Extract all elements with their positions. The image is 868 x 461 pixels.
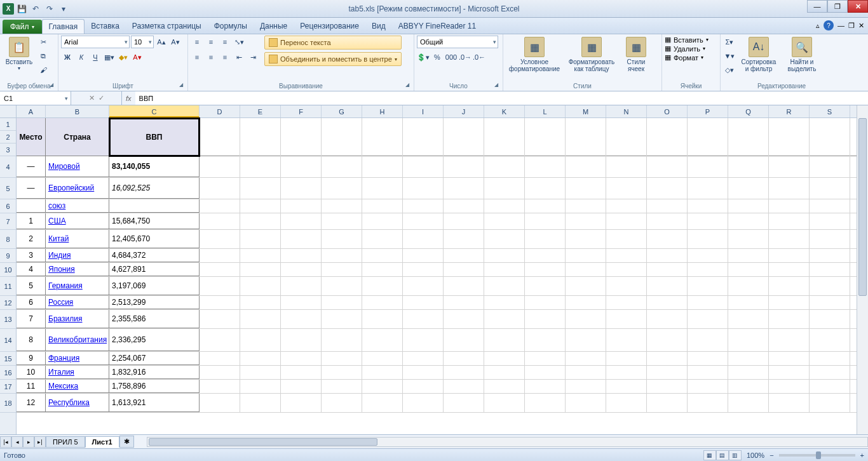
cell-empty[interactable] (525, 178, 566, 199)
cell-empty[interactable] (200, 310, 240, 328)
cell-country-9[interactable]: Индия (46, 249, 109, 262)
cell-empty[interactable] (403, 366, 444, 379)
cell-empty[interactable] (281, 230, 322, 248)
cell-empty[interactable] (322, 199, 362, 213)
insert-cells-button[interactable]: ▦Вставить▾ (665, 36, 709, 44)
format-painter-button[interactable]: 🖌 (37, 63, 50, 76)
cell-empty[interactable] (403, 178, 444, 199)
cell-empty[interactable] (688, 178, 728, 199)
cell-empty[interactable] (200, 352, 240, 365)
conditional-formatting-button[interactable]: ▦Условное форматирование (506, 36, 563, 74)
cell-empty[interactable] (240, 277, 281, 295)
cell-empty[interactable] (728, 118, 769, 156)
enter-formula-icon[interactable]: ✓ (98, 94, 104, 102)
sheet-tab-0[interactable]: ПРИЛ 5 (46, 436, 85, 448)
cell-empty[interactable] (606, 178, 647, 199)
qat-undo-button[interactable]: ↶ (29, 3, 42, 15)
cell-empty[interactable] (281, 213, 322, 229)
cell-country-14[interactable]: Великобритания (46, 329, 109, 351)
cell-empty[interactable] (200, 199, 240, 213)
cell-empty[interactable] (200, 296, 240, 309)
cell-empty[interactable] (769, 329, 810, 351)
cell-empty[interactable] (281, 329, 322, 351)
align-bottom-button[interactable]: ≡ (219, 36, 231, 48)
cell-empty[interactable] (728, 366, 769, 379)
cell-empty[interactable] (606, 310, 647, 328)
increase-decimal-button[interactable]: .0→ (459, 51, 471, 63)
cell-empty[interactable] (810, 178, 850, 199)
autosum-button[interactable]: Σ▾ (723, 36, 736, 48)
country-link[interactable]: Индия (48, 251, 71, 260)
cell-country-5[interactable]: Европейский (46, 178, 109, 199)
cell-empty[interactable] (769, 156, 810, 177)
cell-empty[interactable] (525, 329, 566, 351)
italic-button[interactable]: К (75, 51, 88, 63)
wrap-text-button[interactable]: Перенос текста (264, 36, 402, 50)
cell-empty[interactable] (525, 352, 566, 365)
cell-empty[interactable] (281, 310, 322, 328)
col-header-Q[interactable]: Q (728, 105, 769, 117)
cell-country-15[interactable]: Франция (46, 352, 109, 365)
cell-empty[interactable] (566, 230, 606, 248)
row-header-1[interactable]: 1 (0, 118, 16, 131)
cell-empty[interactable] (647, 329, 688, 351)
cell-empty[interactable] (403, 352, 444, 365)
cell-empty[interactable] (484, 352, 525, 365)
cell-empty[interactable] (769, 277, 810, 295)
country-link[interactable]: Бразилия (48, 314, 83, 323)
cell-empty[interactable] (525, 199, 566, 213)
cell-empty[interactable] (362, 213, 403, 229)
cell-empty[interactable] (240, 156, 281, 177)
cell-empty[interactable] (606, 249, 647, 262)
cell-empty[interactable] (403, 118, 444, 156)
cell-empty[interactable] (281, 366, 322, 379)
cell-empty[interactable] (444, 310, 484, 328)
qat-save-button[interactable]: 💾 (15, 3, 28, 15)
cell-gdp-7[interactable]: 15,684,750 (109, 213, 200, 229)
cell-empty[interactable] (525, 156, 566, 177)
cell-empty[interactable] (403, 249, 444, 262)
cell-empty[interactable] (810, 213, 850, 229)
cell-empty[interactable] (566, 156, 606, 177)
ribbon-tab-3[interactable]: Формулы (208, 19, 254, 34)
cell-empty[interactable] (525, 380, 566, 393)
cell-empty[interactable] (322, 178, 362, 199)
cell-empty[interactable] (281, 296, 322, 309)
cell-empty[interactable] (403, 296, 444, 309)
col-header-I[interactable]: I (403, 105, 444, 117)
cell-empty[interactable] (444, 380, 484, 393)
shrink-font-button[interactable]: A▾ (169, 36, 182, 48)
cut-button[interactable]: ✂ (37, 36, 50, 48)
cell-empty[interactable] (281, 380, 322, 393)
file-tab[interactable]: Файл▾ (3, 20, 42, 34)
cell-empty[interactable] (444, 230, 484, 248)
cell-place-14[interactable]: 8 (17, 329, 46, 351)
sheet-nav-prev[interactable]: ◂ (11, 436, 23, 448)
page-layout-view-button[interactable]: ▤ (716, 450, 729, 460)
decrease-decimal-button[interactable]: .0← (473, 51, 485, 63)
cell-empty[interactable] (240, 263, 281, 276)
country-link[interactable]: Франция (48, 354, 79, 363)
select-all-corner[interactable] (0, 105, 17, 118)
cell-empty[interactable] (240, 310, 281, 328)
find-select-button[interactable]: 🔍Найти и выделить (782, 36, 822, 74)
cell-place-16[interactable]: 10 (17, 366, 46, 379)
cell-gdp-5[interactable]: 16,092,525 (109, 178, 200, 199)
window-close-icon[interactable]: ✕ (858, 22, 864, 30)
col-header-K[interactable]: K (484, 105, 525, 117)
cell-gdp-9[interactable]: 4,684,372 (109, 249, 200, 262)
cell-country-10[interactable]: Япония (46, 263, 109, 276)
window-restore-icon[interactable]: ❐ (848, 22, 855, 30)
close-button[interactable]: ✕ (848, 0, 868, 13)
cell-empty[interactable] (810, 263, 850, 276)
cell-empty[interactable] (362, 156, 403, 177)
cell-empty[interactable] (281, 249, 322, 262)
ribbon-tab-6[interactable]: Вид (365, 19, 392, 34)
cell-empty[interactable] (403, 329, 444, 351)
name-box[interactable]: C1 (0, 91, 71, 105)
cell-empty[interactable] (200, 156, 240, 177)
cell-country-16[interactable]: Италия (46, 366, 109, 379)
cell-empty[interactable] (606, 352, 647, 365)
cell-empty[interactable] (647, 178, 688, 199)
country-link[interactable]: Япония (48, 265, 75, 274)
